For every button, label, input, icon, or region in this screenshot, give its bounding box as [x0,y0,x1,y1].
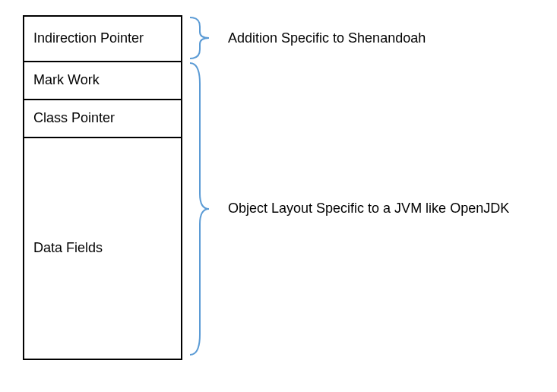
object-layout-diagram: Indirection Pointer Mark Work Class Poin… [23,15,182,360]
cell-mark-work: Mark Work [24,62,181,100]
cell-label: Data Fields [33,240,103,257]
cell-label: Indirection Pointer [33,30,144,47]
annotation-shenandoah: Addition Specific to Shenandoah [228,30,426,46]
cell-label: Mark Work [33,72,100,89]
cell-class-pointer: Class Pointer [24,100,181,138]
brace-icon [186,15,217,61]
cell-indirection-pointer: Indirection Pointer [24,17,181,62]
brace-icon [186,61,217,357]
cell-label: Class Pointer [33,110,115,127]
annotation-openjdk: Object Layout Specific to a JVM like Ope… [228,201,509,217]
cell-data-fields: Data Fields [24,138,181,359]
